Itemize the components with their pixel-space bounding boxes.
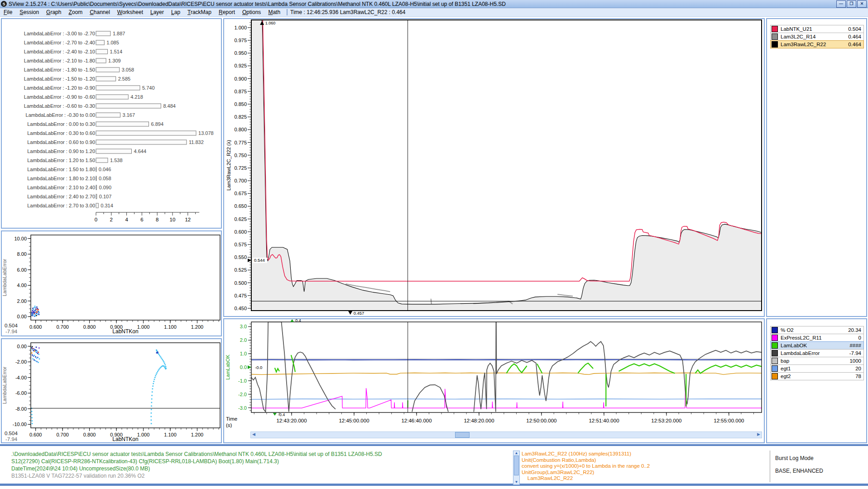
menu-channel[interactable]: Channel (86, 9, 114, 15)
channel-info-line: UnitGroup(Lam3RawL2C_R22) (522, 470, 650, 476)
log-mode-line: BASE, ENHANCED (775, 465, 823, 477)
window-title: SView 2.15.274 : C:\Users\Public\Documen… (9, 1, 836, 7)
menu-trackmap[interactable]: TrackMap (184, 9, 215, 15)
svg-text:5.740: 5.740 (142, 85, 155, 91)
channel-color-swatch (772, 365, 778, 372)
menu-lap[interactable]: Lap (168, 9, 184, 15)
channel-value: 1000 (849, 358, 863, 364)
svg-text:(s): (s) (226, 422, 232, 428)
histogram-bar (96, 113, 120, 117)
legend-row[interactable]: LabNTK_U210.504 (770, 25, 864, 33)
channel-info-line: Unit(Combustion Ratio,Lambda) (522, 457, 650, 464)
menu-graph[interactable]: Graph (43, 9, 65, 15)
lambda-error-histogram[interactable]: LambdaLabError : -3.00 to -2.701.887Lamb… (2, 19, 221, 228)
channel-info-line: convert using y=(x/1000)+0 to Lambda in … (522, 463, 650, 470)
svg-text:1.100: 1.100 (164, 432, 177, 437)
scatter-top-panel: 0.002.004.006.008.0010.000.6000.7000.800… (1, 230, 222, 336)
svg-text:10.00: 10.00 (14, 236, 27, 241)
legend-row[interactable]: egt278 (770, 372, 864, 380)
svg-text:6: 6 (140, 217, 143, 222)
legend-row[interactable]: egt120 (770, 364, 864, 373)
scatter-plot-positive-error[interactable]: 0.002.004.006.008.0010.000.6000.7000.800… (2, 231, 221, 336)
histogram-panel: LambdaLabError : -3.00 to -2.701.887Lamb… (1, 18, 222, 229)
svg-text:LambdaLabError : 1.20 to 1.50: LambdaLabError : 1.20 to 1.50 (27, 158, 95, 163)
svg-text:1.309: 1.309 (108, 58, 121, 63)
histogram-bar (96, 167, 96, 172)
svg-text:0.875: 0.875 (234, 89, 247, 94)
legend-row[interactable]: % O220.34 (770, 326, 864, 334)
svg-text:0.4: 0.4 (295, 319, 301, 323)
svg-text:10: 10 (170, 217, 176, 222)
legend-row[interactable]: Lam3RawL2C_R220.464 (770, 40, 864, 48)
divider-strip-bottom (0, 484, 868, 486)
menu-layer[interactable]: Layer (147, 9, 168, 15)
menu-math[interactable]: Math (264, 9, 284, 15)
channel-label: egt2 (781, 374, 855, 379)
legend-row[interactable]: LambdaLabError-7.94 (770, 349, 864, 357)
menu-file[interactable]: File (0, 9, 16, 15)
menu-session[interactable]: Session (16, 9, 43, 15)
minimize-button-icon[interactable]: — (836, 0, 846, 8)
legend-top-rows: LabNTK_U210.504Lam3L2C_R140.464Lam3RawL2… (770, 25, 864, 48)
scroll-left-icon[interactable]: ◀ (251, 432, 257, 437)
histogram-bar (96, 40, 104, 45)
svg-text:0.700: 0.700 (234, 178, 247, 183)
svg-text:0.675: 0.675 (234, 191, 247, 196)
max-marker-icon (290, 319, 294, 322)
menu-worksheet[interactable]: Worksheet (114, 9, 147, 15)
file-info-line: B1351-LZA08 V TAG7222-57 validation run … (11, 472, 382, 479)
svg-text:1.060: 1.060 (265, 21, 276, 25)
close-button-icon[interactable]: ✕ (857, 0, 867, 8)
histogram-bar (96, 104, 161, 108)
restore-button-icon[interactable]: ❐ (847, 0, 856, 8)
status-divider (770, 451, 770, 482)
scrollbar-thumb[interactable] (455, 432, 470, 438)
channel-color-swatch (772, 342, 778, 349)
svg-text:1.887: 1.887 (113, 31, 125, 36)
histogram-bar (96, 149, 131, 153)
menu-options[interactable]: Options (239, 9, 264, 15)
app-icon: S (1, 1, 7, 7)
svg-text:0.600: 0.600 (234, 229, 247, 235)
log-mode-line: Burst Log Mode (775, 452, 823, 465)
time-scrollbar[interactable]: ◀ ▶ (250, 431, 762, 438)
menu-zoom[interactable]: Zoom (65, 9, 86, 15)
legend-row[interactable]: bap1000 (770, 357, 864, 365)
legend-row[interactable]: LamLabOK#### (770, 341, 864, 350)
min-marker-icon (273, 413, 277, 416)
svg-text:0.107: 0.107 (99, 194, 112, 199)
svg-text:0.700: 0.700 (56, 324, 69, 330)
channel-label: Lam3L2C_R14 (781, 34, 848, 39)
svg-text:LambdaLabError : -0.90 to -0.6: LambdaLabError : -0.90 to -0.60 (24, 94, 95, 100)
svg-text:0.800: 0.800 (234, 127, 247, 132)
histogram-bar (96, 131, 196, 135)
scroll-down-icon[interactable]: ▼ (513, 480, 519, 484)
channel-color-swatch (772, 373, 778, 379)
svg-text:0.800: 0.800 (83, 324, 96, 330)
channel-value: 0.464 (848, 34, 863, 39)
lamlabok-time-chart[interactable]: -3.0-2.0-1.00.01.02.03.012:43:20.00012:4… (224, 319, 764, 431)
legend-row[interactable]: ExPressL2C_R110 (770, 334, 864, 342)
svg-text:LambdaLabError : -3.00 to -2.7: LambdaLabError : -3.00 to -2.70 (24, 31, 95, 36)
svg-text:12:48:20.000: 12:48:20.000 (464, 418, 494, 423)
channel-value: 78 (855, 374, 863, 379)
svg-text:LambdaLabError : -2.40 to -2.1: LambdaLabError : -2.40 to -2.10 (24, 49, 95, 54)
svg-text:0.00: 0.00 (17, 314, 27, 319)
lambda-time-chart[interactable]: 0.4500.4750.5000.5250.5500.5750.6000.625… (224, 19, 764, 316)
histogram-bar (96, 67, 120, 72)
scroll-right-icon[interactable]: ▶ (756, 432, 762, 437)
menu-report[interactable]: Report (215, 9, 239, 15)
scatter-plot-negative-error[interactable]: 0.00-2.00-4.00-6.00-8.00-10.000.6000.700… (2, 339, 221, 442)
left-value-marker-icon (248, 365, 251, 369)
svg-text:1.200: 1.200 (191, 432, 204, 437)
scrollbar-thumb[interactable] (514, 455, 519, 475)
channel-info-scrollbar[interactable]: ▲ ▼ (513, 451, 520, 485)
svg-text:0.504: 0.504 (5, 431, 18, 436)
file-info-line: DateTime(2024\9\24 10:04) UncompressedSi… (11, 465, 382, 472)
scroll-up-icon[interactable]: ▲ (513, 451, 519, 455)
histogram-bar (96, 185, 97, 190)
svg-text:0.950: 0.950 (234, 50, 247, 56)
histogram-bar (96, 122, 149, 126)
svg-text:0.0: 0.0 (240, 364, 247, 370)
legend-row[interactable]: Lam3L2C_R140.464 (770, 33, 864, 41)
